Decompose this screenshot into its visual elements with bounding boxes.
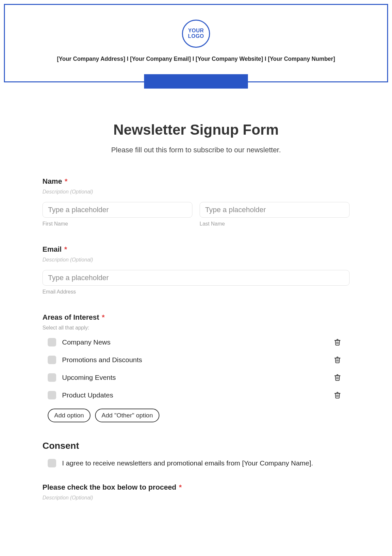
interest-option-row: Promotions and Discounts [48,356,350,364]
name-label-text: Name [42,177,62,185]
last-name-input[interactable]: Type a placeholder [200,202,350,218]
email-label: Email * [42,245,350,254]
company-contact-line: [Your Company Address] I [Your Company E… [57,56,335,62]
required-mark: * [102,313,105,321]
interests-label: Areas of Interest * [42,313,350,322]
required-mark: * [64,245,67,253]
last-name-col: Type a placeholder Last Name [200,202,350,227]
interest-checkbox[interactable] [48,391,56,399]
last-name-sublabel: Last Name [200,221,350,227]
interest-option-row: Company News [48,338,350,346]
accent-bar [144,74,248,89]
interest-checkbox[interactable] [48,356,56,364]
interest-option-label: Promotions and Discounts [62,356,142,364]
proceed-description: Description (Optional) [42,495,350,501]
interest-option-label: Company News [62,338,110,346]
first-name-placeholder: Type a placeholder [48,206,109,214]
trash-icon[interactable] [334,356,341,364]
proceed-field-block: Please check the box below to proceed * … [42,483,350,501]
email-label-text: Email [42,245,62,253]
email-sublabel: Email Address [42,289,350,295]
email-description: Description (Optional) [42,257,350,263]
interest-option-left: Upcoming Events [48,373,116,382]
form-subtitle: Please fill out this form to subscribe t… [42,146,350,154]
interests-field-block: Areas of Interest * Select all that appl… [42,313,350,422]
form-content: Newsletter Signup Form Please fill out t… [42,122,350,501]
add-other-option-button[interactable]: Add "Other" option [95,409,159,422]
interest-checkbox[interactable] [48,338,56,346]
required-mark: * [65,177,68,185]
name-description: Description (Optional) [42,189,350,195]
logo-line-1: YOUR [188,28,204,33]
first-name-sublabel: First Name [42,221,192,227]
interest-option-row: Product Updates [48,391,350,399]
name-inputs-row: Type a placeholder First Name Type a pla… [42,202,350,227]
logo-line-2: LOGO [188,33,204,39]
required-mark: * [179,483,182,491]
first-name-col: Type a placeholder First Name [42,202,192,227]
interest-option-label: Product Updates [62,391,113,399]
form-title: Newsletter Signup Form [42,122,350,138]
option-actions-row: Add option Add "Other" option [48,409,350,422]
trash-icon[interactable] [334,391,341,399]
trash-icon[interactable] [334,338,341,346]
email-field-block: Email * Description (Optional) Type a pl… [42,245,350,295]
header-banner: YOUR LOGO [Your Company Address] I [Your… [4,4,388,82]
last-name-placeholder: Type a placeholder [205,206,266,214]
proceed-label: Please check the box below to proceed * [42,483,350,492]
email-placeholder: Type a placeholder [48,274,109,282]
trash-icon[interactable] [334,374,341,381]
name-field-block: Name * Description (Optional) Type a pla… [42,177,350,227]
consent-text: I agree to receive newsletters and promo… [62,459,313,467]
name-label: Name * [42,177,350,186]
interest-option-left: Promotions and Discounts [48,356,142,364]
interest-option-left: Company News [48,338,110,346]
add-option-button[interactable]: Add option [48,409,90,422]
first-name-input[interactable]: Type a placeholder [42,202,192,218]
email-input[interactable]: Type a placeholder [42,270,350,286]
logo-text: YOUR LOGO [188,28,204,39]
consent-checkbox[interactable] [48,459,56,467]
interests-label-text: Areas of Interest [42,313,99,321]
consent-row: I agree to receive newsletters and promo… [48,459,350,467]
add-option-label: Add option [54,412,84,419]
consent-heading: Consent [42,441,350,451]
interests-description: Select all that apply: [42,325,350,331]
add-other-option-label: Add "Other" option [102,412,153,419]
proceed-label-text: Please check the box below to proceed [42,483,176,491]
interest-option-left: Product Updates [48,391,113,399]
page: YOUR LOGO [Your Company Address] I [Your… [0,0,392,556]
logo: YOUR LOGO [182,20,210,48]
interest-option-row: Upcoming Events [48,373,350,382]
interest-checkbox[interactable] [48,373,56,382]
interest-option-label: Upcoming Events [62,374,116,381]
